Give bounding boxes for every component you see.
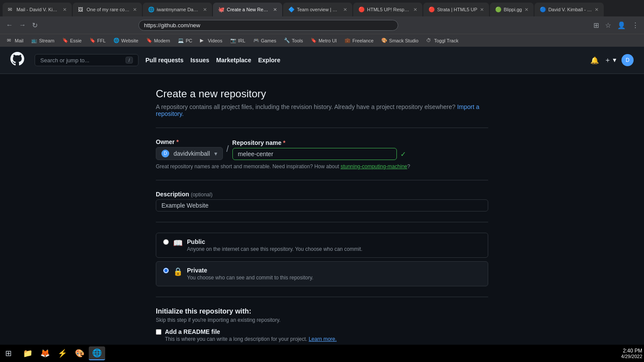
nav-issues[interactable]: Issues: [190, 55, 209, 65]
bookmark-freelance-icon: 💼: [345, 38, 351, 44]
nav-marketplace[interactable]: Marketplace: [216, 55, 251, 65]
tab-iwantmyname[interactable]: 🌐 iwantmyname Dashbo... ✕: [143, 3, 212, 16]
taskbar-app1[interactable]: ⚡: [54, 347, 71, 360]
tab-github-new[interactable]: 🐙 Create a New Repository ✕: [213, 3, 282, 16]
bookmark-smack-studio-label: Smack Studio: [389, 38, 419, 43]
github-logo[interactable]: [10, 52, 24, 68]
profile-icon[interactable]: 👤: [615, 19, 628, 31]
repo-name-input[interactable]: [232, 148, 397, 160]
readme-checkbox[interactable]: [156, 329, 161, 335]
tab-close-netlify[interactable]: ✕: [343, 7, 347, 13]
bookmark-mail-label: Mail: [15, 38, 23, 43]
tab-close-davidkimball[interactable]: ✕: [595, 7, 599, 13]
tab-blippi[interactable]: 🟢 Blippi.gg ✕: [490, 3, 534, 16]
tab-bar: ✉ Mail - David V. Kimball ✕ 🖼 One of my …: [0, 0, 644, 16]
description-input[interactable]: [156, 199, 488, 211]
bookmark-mail[interactable]: ✉ Mail: [3, 37, 27, 45]
bookmark-tools[interactable]: 🔧 Tools: [280, 37, 306, 45]
init-section-desc: Skip this step if you're importing an ex…: [156, 317, 488, 323]
nav-buttons: ← → ↻: [3, 19, 40, 31]
bookmark-ffl[interactable]: 🔖 FFL: [86, 37, 109, 45]
owner-select[interactable]: D davidvkimball ▾: [156, 147, 223, 160]
main-content: Create a new repository A repository con…: [149, 74, 495, 362]
bookmark-videos-icon: ▶: [200, 38, 206, 44]
tab-close-html5up1[interactable]: ✕: [413, 7, 417, 13]
bookmark-pc[interactable]: 💻 PC: [174, 37, 196, 45]
owner-label: Owner *: [156, 138, 223, 145]
bookmark-games[interactable]: 🎮 Games: [250, 37, 280, 45]
back-button[interactable]: ←: [3, 19, 16, 31]
header-right: 🔔 ＋ ▾ D: [590, 54, 634, 66]
bookmark-essie[interactable]: 🔖 Essie: [59, 37, 85, 45]
tab-label-iwantmyname: iwantmyname Dashbo...: [157, 7, 200, 12]
taskbar-app2[interactable]: 🎨: [71, 347, 88, 360]
taskbar-start: ⊞: [2, 347, 15, 360]
taskbar-firefox[interactable]: 🦊: [37, 347, 53, 360]
page-title: Create a new repository: [156, 88, 488, 100]
start-button[interactable]: ⊞: [2, 347, 15, 360]
nav-explore[interactable]: Explore: [258, 55, 280, 65]
bookmark-website-label: Website: [121, 38, 138, 43]
readme-label[interactable]: Add a README file: [165, 328, 220, 335]
taskbar-file-explorer[interactable]: 📁: [19, 347, 36, 360]
owner-group: Owner * D davidvkimball ▾: [156, 138, 223, 160]
readme-learn-more-link[interactable]: Learn more.: [309, 336, 337, 342]
name-suggestion-link[interactable]: stunning-computing-machine: [341, 163, 407, 170]
menu-icon[interactable]: ⋮: [630, 19, 641, 31]
bookmark-mail-icon: ✉: [7, 38, 13, 44]
tab-close-collecti[interactable]: ✕: [133, 7, 137, 13]
bookmark-website[interactable]: 🌐 Website: [110, 37, 142, 45]
repo-name-valid-icon: ✓: [400, 150, 406, 158]
private-option[interactable]: 🔒 Private You choose who can see and com…: [156, 261, 488, 286]
refresh-button[interactable]: ↻: [29, 19, 40, 31]
extensions-icon[interactable]: ⊞: [592, 19, 601, 31]
tab-netlify[interactable]: 🔷 Team overview | Netlify ✕: [283, 3, 352, 16]
tab-close-blippi[interactable]: ✕: [525, 7, 528, 13]
nav-pull-requests[interactable]: Pull requests: [145, 55, 184, 65]
bookmark-icon[interactable]: ☆: [603, 19, 613, 31]
tab-label-mail: Mail - David V. Kimball: [16, 7, 60, 12]
bookmark-metro-ui[interactable]: 🔖 Metro UI: [307, 37, 340, 45]
bookmark-irl-label: IRL: [238, 38, 245, 43]
bookmark-website-icon: 🌐: [113, 38, 119, 44]
tab-strata[interactable]: 🔴 Strata | HTML5 UP ✕: [423, 3, 489, 16]
chrome-icon: 🌐: [92, 348, 102, 358]
tab-close-iwantmyname[interactable]: ✕: [203, 7, 207, 13]
bookmark-stream[interactable]: 📺 Stream: [28, 37, 58, 45]
public-icon: 📖: [173, 238, 183, 248]
tab-close-github[interactable]: ✕: [273, 7, 277, 13]
avatar[interactable]: D: [621, 54, 634, 66]
address-bar[interactable]: https://github.com/new: [138, 20, 398, 31]
notifications-bell-icon[interactable]: 🔔: [590, 56, 599, 64]
add-new-icon[interactable]: ＋ ▾: [604, 56, 616, 65]
bookmark-videos[interactable]: ▶ Videos: [196, 37, 225, 45]
bookmark-irl[interactable]: 📷 IRL: [227, 37, 249, 45]
tab-favicon-iwantmyname: 🌐: [148, 6, 154, 13]
tab-close-strata[interactable]: ✕: [480, 7, 484, 13]
public-radio[interactable]: [163, 239, 169, 245]
app1-icon: ⚡: [58, 349, 67, 358]
public-option[interactable]: 📖 Public Anyone on the internet can see …: [156, 233, 488, 258]
taskbar-chrome[interactable]: 🌐: [89, 346, 105, 360]
private-radio[interactable]: [163, 268, 169, 273]
bookmark-essie-label: Essie: [70, 38, 82, 43]
bookmark-modern[interactable]: 🔖 Modern: [143, 37, 174, 45]
tab-mail[interactable]: ✉ Mail - David V. Kimball ✕: [3, 3, 72, 16]
bookmark-ffl-icon: 🔖: [90, 38, 96, 44]
section-divider: [156, 128, 488, 128]
bookmark-freelance[interactable]: 💼 Freelance: [341, 37, 377, 45]
bookmark-toggl[interactable]: ⏱ Toggl Track: [423, 37, 462, 45]
owner-avatar: D: [161, 150, 169, 157]
bookmark-smack-studio[interactable]: 🎨 Smack Studio: [378, 37, 422, 45]
bookmark-freelance-label: Freelance: [352, 38, 374, 43]
tab-html5up1[interactable]: 🔴 HTML5 UP! Responsive... ✕: [353, 3, 422, 16]
windows-icon: ⊞: [5, 349, 12, 358]
tab-davidkimball[interactable]: 🔵 David V. Kimball - Digita... ✕: [535, 3, 604, 16]
tab-close-mail[interactable]: ✕: [63, 7, 67, 13]
firefox-icon: 🦊: [40, 349, 50, 358]
tab-collecti[interactable]: 🖼 One of my rare collecti... ✕: [73, 3, 142, 16]
forward-button[interactable]: →: [16, 19, 29, 31]
github-content: Search or jump to... / Pull requests Iss…: [0, 47, 644, 362]
search-input[interactable]: Search or jump to... /: [35, 54, 138, 66]
address-text: https://github.com/new: [144, 22, 393, 29]
